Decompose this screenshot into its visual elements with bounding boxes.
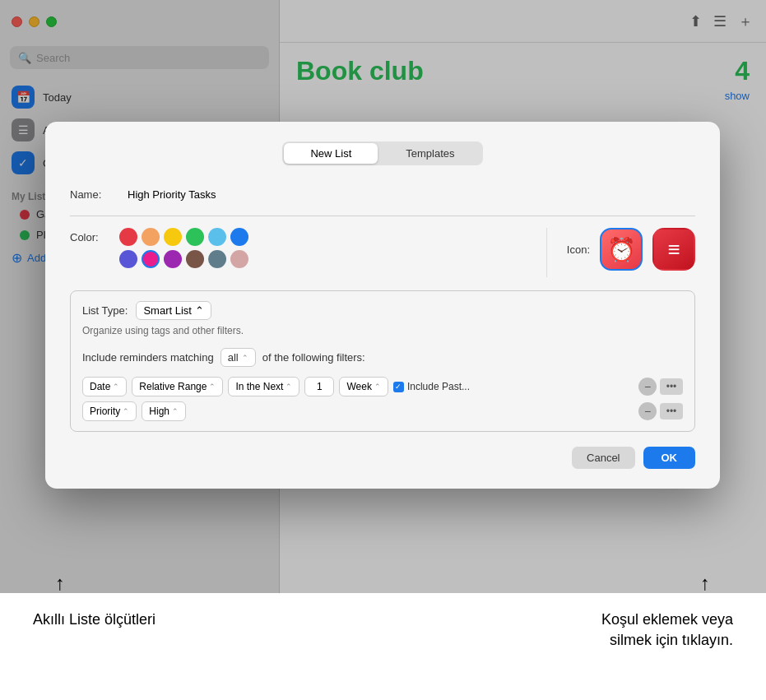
- list-type-select[interactable]: Smart List ⌃: [136, 301, 211, 320]
- new-list-modal: New List Templates Name: Color:: [45, 122, 720, 489]
- tab-templates[interactable]: Templates: [379, 143, 480, 164]
- filter-priority-high-label: High: [149, 406, 169, 417]
- filter-relative-range-label: Relative Range: [139, 381, 207, 392]
- annotation-left-text: Akıllı Liste ölçütleri: [33, 610, 156, 630]
- filter-row2-more-button[interactable]: •••: [660, 403, 683, 420]
- filter-in-the-next-chevron-icon: ⌃: [286, 382, 292, 391]
- color-rose[interactable]: [230, 250, 248, 268]
- color-section: Color:: [70, 228, 527, 268]
- include-all-chevron-icon: ⌃: [242, 354, 248, 362]
- filter-include-past-area: ✓ Include Past...: [393, 381, 470, 392]
- list-type-value: Smart List: [143, 304, 192, 317]
- filter-relative-range[interactable]: Relative Range ⌃: [132, 377, 223, 396]
- color-slate[interactable]: [208, 250, 226, 268]
- color-icon-row: Color: Icon: ⏰ ≡: [70, 228, 695, 277]
- arrow-right-icon: ↑: [700, 572, 710, 595]
- list-type-chevron-icon: ⌃: [195, 304, 204, 317]
- name-row: Name:: [70, 185, 695, 204]
- filter-relative-range-chevron-icon: ⌃: [209, 382, 216, 391]
- filter-priority-field-chevron-icon: ⌃: [123, 407, 129, 415]
- filter-priority-high-chevron-icon: ⌃: [172, 407, 179, 415]
- color-blue[interactable]: [230, 228, 248, 246]
- cancel-button[interactable]: Cancel: [572, 447, 634, 469]
- tab-group: New List Templates: [282, 141, 482, 165]
- filter-priority-field-label: Priority: [90, 406, 120, 417]
- filter-row-priority: Priority ⌃ High ⌃ − •••: [82, 401, 683, 421]
- filter-week-select[interactable]: Week ⌃: [339, 377, 388, 396]
- filter-row1-more-button[interactable]: •••: [660, 378, 683, 395]
- filter-week-label: Week: [346, 381, 371, 392]
- filter-rows: Date ⌃ Relative Range ⌃ In the Next ⌃ We…: [82, 377, 683, 421]
- filter-week-chevron-icon: ⌃: [374, 382, 381, 391]
- smart-list-description: Organize using tags and other filters.: [82, 325, 683, 336]
- name-label: Name:: [70, 188, 119, 201]
- color-light-blue[interactable]: [208, 228, 226, 246]
- icon-section: Icon: ⏰ ≡: [567, 228, 695, 271]
- filter-date-field[interactable]: Date ⌃: [82, 377, 127, 396]
- filter-row1-actions: − •••: [638, 378, 683, 396]
- include-all-value: all: [228, 351, 239, 364]
- color-divider: [546, 228, 547, 277]
- color-purple[interactable]: [164, 250, 182, 268]
- alarm-clock-glyph: ⏰: [607, 236, 636, 263]
- include-past-checkbox[interactable]: ✓: [393, 382, 404, 392]
- filter-row2-actions: − •••: [638, 402, 683, 420]
- tab-bar: New List Templates: [70, 141, 695, 165]
- modal-footer: Cancel OK: [70, 447, 695, 469]
- name-input[interactable]: [128, 185, 695, 204]
- list-bullet-glyph: ≡: [667, 237, 680, 262]
- filter-in-the-next-label: In the Next: [235, 381, 283, 392]
- color-label: Color:: [70, 228, 111, 243]
- filter-priority-high[interactable]: High ⌃: [142, 401, 186, 421]
- icon-list-bullet[interactable]: ≡: [652, 228, 695, 271]
- ok-button[interactable]: OK: [643, 447, 696, 469]
- color-pink-selected[interactable]: [142, 250, 160, 268]
- filter-date-field-chevron-icon: ⌃: [113, 382, 119, 391]
- include-past-label: Include Past...: [407, 381, 470, 392]
- name-divider: [70, 216, 695, 216]
- filter-priority-field[interactable]: Priority ⌃: [82, 401, 137, 421]
- arrow-left-icon: ↑: [55, 572, 65, 595]
- color-indigo[interactable]: [119, 250, 137, 268]
- list-type-label: List Type:: [82, 304, 128, 317]
- color-yellow[interactable]: [164, 228, 182, 246]
- color-grid: [119, 228, 248, 268]
- include-row: Include reminders matching all ⌃ of the …: [82, 348, 683, 367]
- annotation-right-text: Koşul eklemek veyasilmek için tıklayın.: [601, 610, 733, 651]
- color-green[interactable]: [186, 228, 204, 246]
- include-suffix: of the following filters:: [262, 351, 365, 364]
- filter-number-input[interactable]: [304, 377, 334, 396]
- tab-new-list[interactable]: New List: [284, 143, 378, 164]
- include-label: Include reminders matching: [82, 351, 214, 364]
- filter-in-the-next[interactable]: In the Next ⌃: [228, 377, 299, 396]
- filter-row-date: Date ⌃ Relative Range ⌃ In the Next ⌃ We…: [82, 377, 683, 396]
- icon-label: Icon:: [567, 243, 590, 256]
- color-red[interactable]: [119, 228, 137, 246]
- list-type-row: List Type: Smart List ⌃: [82, 301, 683, 320]
- include-all-select[interactable]: all ⌃: [221, 348, 256, 367]
- annotation-area: Akıllı Liste ölçütleri Koşul eklemek vey…: [0, 593, 766, 700]
- filter-row2-remove-button[interactable]: −: [638, 402, 657, 420]
- color-orange[interactable]: [142, 228, 160, 246]
- filter-row1-remove-button[interactable]: −: [638, 378, 657, 396]
- icon-alarm-clock[interactable]: ⏰: [600, 228, 643, 271]
- smart-list-section: List Type: Smart List ⌃ Organize using t…: [70, 290, 695, 432]
- filter-date-field-label: Date: [90, 381, 110, 392]
- color-brown[interactable]: [186, 250, 204, 268]
